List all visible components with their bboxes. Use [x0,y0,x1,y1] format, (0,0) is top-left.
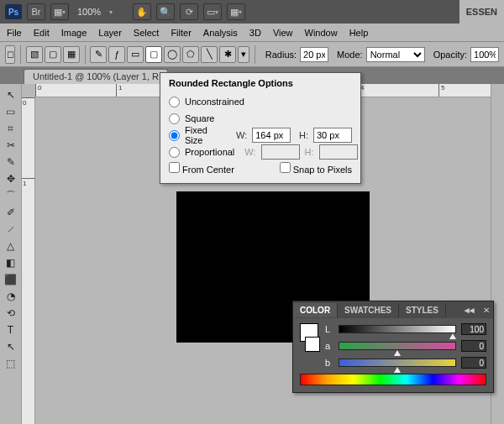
crop-tool[interactable]: ✂ [3,138,19,153]
L-thumb[interactable] [449,333,456,339]
a-thumb[interactable] [394,350,401,356]
dodge-tool[interactable]: ◔ [3,289,19,304]
blur-tool[interactable]: ⬛ [3,272,19,287]
rectangle-icon[interactable]: ▭ [127,46,144,63]
b-thumb[interactable] [394,367,401,373]
document-tab[interactable]: Untitled-1 @ 100% (Layer 1, R [24,69,168,84]
unconstrained-radio[interactable] [169,97,180,107]
opacity-label: Opacity: [433,50,467,60]
fixed-size-label: Fixed Size [185,125,224,145]
color-panel[interactable]: COLOR SWATCHES STYLES ◂◂ ✕ L a b [292,301,494,393]
snap-to-pixels-checkbox[interactable] [280,162,291,173]
ellipse-icon[interactable]: ◯ [164,46,181,63]
proportional-radio[interactable] [169,147,180,158]
background-swatch[interactable] [305,337,320,352]
rounded-rectangle-options-popup: Rounded Rectangle Options Unconstrained … [160,72,361,184]
options-bar: ◻ ▧ ▢ ▦ ✎ ƒ ▭ ▢ ◯ ⬠ ╲ ✱ ▾ Radius: Mode: … [0,42,504,67]
L-slider[interactable] [339,325,456,333]
pen-tool[interactable]: ⟲ [3,306,19,321]
height-label: H: [296,130,308,140]
radius-label: Radius: [265,50,297,60]
ruler-v-tick: 0 [22,97,35,107]
healing-tool[interactable]: ✥ [3,171,19,186]
mode-select[interactable]: Normal [366,47,425,62]
eraser-tool[interactable]: △ [3,238,19,254]
menu-file[interactable]: File [7,28,22,38]
shape-tool[interactable]: ⬚ [3,356,19,371]
zoom-menu-icon[interactable]: ▾ [109,8,113,16]
path-select-tool[interactable]: ↖ [3,339,19,354]
menu-select[interactable]: Select [134,28,160,38]
menu-3d[interactable]: 3D [249,28,261,38]
history-brush-tool[interactable]: ⟋ [3,222,19,237]
menu-view[interactable]: View [273,28,293,38]
ps-logo: Ps [5,4,22,19]
menu-layer[interactable]: Layer [98,28,122,38]
stamp-tool[interactable]: ✐ [3,205,19,220]
bridge-button[interactable]: Br [27,3,45,20]
screen-mode-button[interactable]: ▭▾ [203,3,222,20]
workspace-label[interactable]: ESSEN [459,0,504,24]
b-slider[interactable] [339,359,456,367]
menu-analysis[interactable]: Analysis [203,28,238,38]
lasso-tool[interactable]: ⌗ [3,121,19,136]
marquee-tool[interactable]: ▭ [3,104,19,119]
shape-layers-button[interactable]: ▧ [26,46,43,63]
menu-help[interactable]: Help [349,28,369,38]
menu-window[interactable]: Window [305,28,338,38]
menu-filter[interactable]: Filter [171,28,191,38]
menu-image[interactable]: Image [61,28,87,38]
custom-shape-icon[interactable]: ✱ [219,46,236,63]
eyedropper-tool[interactable]: ✎ [3,154,19,170]
rounded-rectangle-icon[interactable]: ▢ [145,46,162,63]
a-value[interactable] [461,340,486,352]
panel-close-icon[interactable]: ✕ [480,306,493,315]
ruler-h-tick: 0 [35,84,41,97]
type-tool[interactable]: T [3,322,19,338]
a-label: a [325,341,333,351]
menu-edit[interactable]: Edit [34,28,50,38]
prop-width-input [261,144,300,160]
height-input[interactable] [313,128,352,143]
opacity-input[interactable] [470,47,499,62]
pen-icon[interactable]: ✎ [90,46,107,63]
a-slider[interactable] [339,342,456,350]
panel-collapse-icon[interactable]: ◂◂ [459,302,480,318]
zoom-tool-button[interactable]: 🔍 [156,3,175,20]
prop-width-label: W: [244,147,255,157]
prop-height-label: H: [305,147,314,157]
radius-input[interactable] [300,47,328,62]
fill-pixels-button[interactable]: ▦ [63,46,80,63]
menu-bar: File Edit Image Layer Select Filter Anal… [0,24,504,42]
polygon-icon[interactable]: ⬠ [182,46,199,63]
rotate-view-button[interactable]: ⟳ [180,3,198,20]
app-bar: Ps Br ▦▾ 100%▾ ✋ 🔍 ⟳ ▭▾ ▦▾ ESSEN [0,0,504,24]
shape-options-chevron-icon[interactable]: ▾ [238,46,249,63]
color-panel-titlebar[interactable]: COLOR SWATCHES STYLES ◂◂ ✕ [293,301,493,318]
b-value[interactable] [461,357,486,369]
ruler-h-tick: 1 [116,84,122,97]
current-tool-icon[interactable]: ◻ [5,45,15,64]
proportional-label: Proportional [185,147,234,157]
swatches-tab[interactable]: SWATCHES [338,303,399,317]
from-center-checkbox[interactable] [169,162,180,173]
extras-button[interactable]: ▦▾ [227,3,245,20]
ruler-vertical[interactable]: 0 1 [22,97,35,424]
freeform-pen-icon[interactable]: ƒ [108,46,125,63]
hand-tool-button[interactable]: ✋ [133,3,151,20]
tools-panel: ↖ ▭ ⌗ ✂ ✎ ✥ ⌒ ✐ ⟋ △ ◧ ⬛ ◔ ⟲ T ↖ ⬚ [0,84,22,424]
L-value[interactable] [461,323,486,335]
width-input[interactable] [252,128,291,143]
color-ramp[interactable] [300,374,486,385]
line-icon[interactable]: ╲ [201,46,218,63]
move-tool[interactable]: ↖ [3,87,19,102]
fixed-size-radio[interactable] [169,130,180,141]
brush-tool[interactable]: ⌒ [3,188,19,203]
styles-tab[interactable]: STYLES [399,303,446,317]
arrange-button[interactable]: ▦▾ [50,3,69,20]
color-tab[interactable]: COLOR [293,303,338,317]
gradient-tool[interactable]: ◧ [3,255,19,270]
square-radio[interactable] [169,113,180,124]
paths-button[interactable]: ▢ [45,46,61,63]
fg-bg-swatches[interactable] [300,323,320,369]
